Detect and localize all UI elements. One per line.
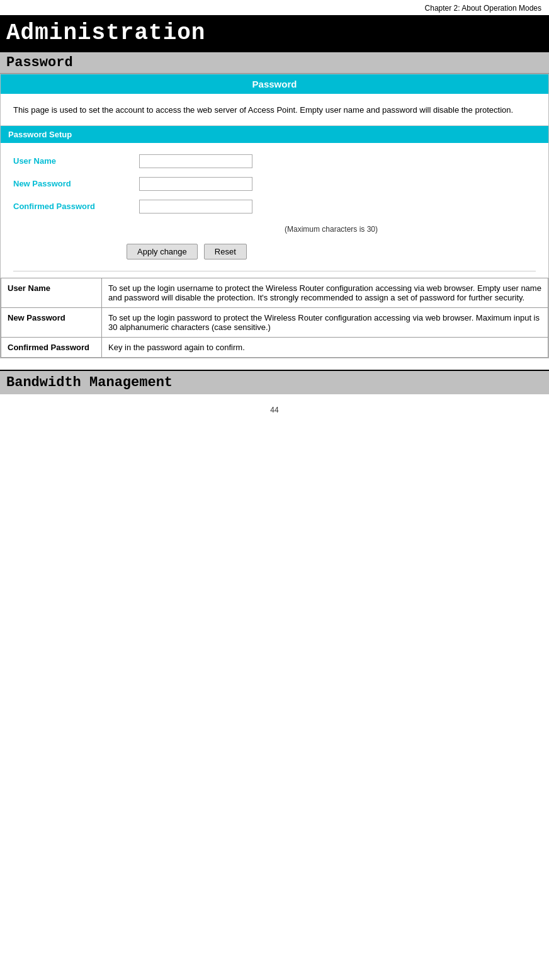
reset-button[interactable]: Reset [204,244,247,259]
user-name-label: User Name [13,156,139,166]
apply-change-button[interactable]: Apply change [127,244,198,259]
info-table: User NameTo set up the login username to… [1,278,548,358]
page-title: Administration [0,15,549,51]
password-header-bar: Password [1,74,548,94]
confirmed-password-row: Confirmed Password [13,200,536,214]
table-row-description: Key in the password again to confirm. [102,337,548,357]
user-name-input[interactable] [139,154,252,168]
table-row-description: To set up the login username to protect … [102,278,548,307]
table-row-description: To set up the login password to protect … [102,307,548,337]
table-row: User NameTo set up the login username to… [1,278,548,307]
table-row-label: New Password [1,307,102,337]
table-row-label: Confirmed Password [1,337,102,357]
section-title-password: Password [0,51,549,74]
page-number: 44 [0,394,549,421]
confirmed-password-input[interactable] [139,200,252,214]
form-area: User Name New Password Confirmed Passwor… [1,143,548,278]
confirmed-password-label: Confirmed Password [13,202,139,211]
new-password-input[interactable] [139,177,252,191]
new-password-row: New Password [13,177,536,191]
table-row-label: User Name [1,278,102,307]
button-row: Apply change Reset [13,240,536,271]
password-setup-bar: Password Setup [1,126,548,143]
description-text: This page is used to set the account to … [1,94,548,126]
table-row: Confirmed PasswordKey in the password ag… [1,337,548,357]
user-name-row: User Name [13,154,536,168]
content-area: Password This page is used to set the ac… [0,74,549,358]
table-row: New PasswordTo set up the login password… [1,307,548,337]
new-password-label: New Password [13,179,139,188]
chapter-header: Chapter 2: About Operation Modes [0,0,549,15]
bandwidth-management-title: Bandwidth Management [0,370,549,394]
max-chars-note: (Maximum characters is 30) [13,222,536,240]
